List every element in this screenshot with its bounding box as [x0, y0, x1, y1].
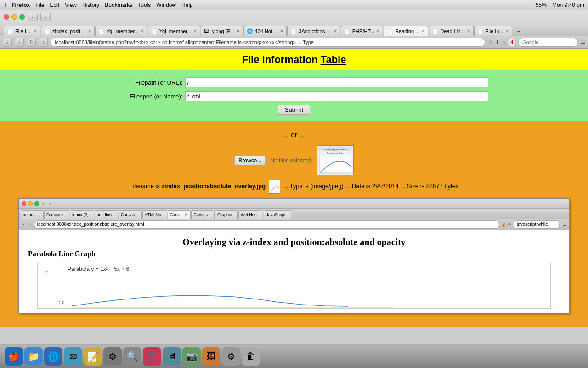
tab-file-info[interactable]: 📄 File I... ✕ — [4, 26, 40, 36]
download-icon[interactable]: ⬇ — [495, 39, 499, 45]
tab-zindex[interactable]: 📄 zindex_positi... ✕ — [41, 26, 95, 36]
bookmark-icon[interactable]: ☆ — [488, 39, 492, 45]
dock-icon-finder[interactable]: 🍎 — [5, 347, 23, 366]
tab-reading[interactable]: 📄 Reading ... ✕ — [384, 26, 428, 36]
fullscreen-window-button[interactable] — [19, 14, 25, 20]
embedded-search-input[interactable] — [514, 220, 560, 229]
menu-help[interactable]: Help — [181, 2, 193, 8]
menu-tools[interactable]: Tools — [138, 2, 151, 8]
emb-close-button[interactable] — [22, 201, 26, 206]
notification-badge: 4 — [508, 39, 515, 46]
tab-close-icon[interactable]: ✕ — [88, 29, 91, 34]
window-controls[interactable] — [4, 14, 25, 20]
tab-ypng[interactable]: 🖼 y.png (P... ✕ — [201, 26, 243, 36]
tab-close-icon[interactable]: ✕ — [421, 29, 425, 34]
emb-minimize-button[interactable] — [28, 201, 33, 206]
tab-close-icon[interactable]: ✕ — [505, 29, 509, 34]
dock-icon-camera[interactable]: 📷 — [182, 347, 201, 366]
tab-filein[interactable]: 📄 File In... ✕ — [474, 26, 512, 36]
tab-3add[interactable]: 📄 3Addictions.j... ✕ — [287, 26, 340, 36]
tab-yql2[interactable]: 📄 Yql_member... ✕ — [148, 26, 200, 36]
dock-icon-music[interactable]: 🎵 — [143, 347, 161, 366]
forward-nav-button[interactable]: › — [15, 38, 24, 47]
browse-button[interactable]: Browse... — [234, 156, 266, 165]
tab-close-icon[interactable]: ✕ — [334, 29, 337, 34]
emb-tab-inbox[interactable]: Inbox (2,... — [70, 210, 94, 219]
dock-icon-mail[interactable]: ✉ — [64, 347, 82, 366]
apple-logo-icon[interactable]:  — [4, 1, 6, 9]
home-icon[interactable]: ⌂ — [502, 40, 505, 45]
submit-button[interactable]: Submit — [278, 105, 310, 115]
menu-firefox[interactable]: Firefox — [11, 2, 30, 8]
emb-tab-canvas1[interactable]: Canvas ... — [119, 210, 142, 219]
search-input[interactable] — [518, 38, 578, 47]
menu-bookmarks[interactable]: Bookmarks — [105, 2, 132, 8]
dock-icon-monitor[interactable]: 🖥 — [163, 347, 181, 366]
tab-close-icon[interactable]: ✕ — [280, 29, 283, 34]
emb-tab-graphic[interactable]: Graphic... — [215, 210, 238, 219]
forward-button[interactable]: › — [40, 13, 51, 21]
tab-phpht[interactable]: 📄 PHP/HT... ✕ — [341, 26, 383, 36]
tab-close-icon[interactable]: ✕ — [34, 29, 37, 34]
tab-404[interactable]: 🌐 404 Not ... ✕ — [243, 26, 287, 36]
file-info-prefix: Filename is — [130, 183, 162, 190]
emb-tab-close-icon[interactable]: ✕ — [185, 213, 188, 217]
emb-addr-back[interactable]: ‹ — [22, 222, 26, 227]
emb-tab-famous[interactable]: Famous t... — [44, 210, 69, 219]
dock-icon-settings[interactable]: ⚙ — [222, 347, 240, 366]
tab-close-icon[interactable]: ✕ — [236, 29, 240, 34]
embedded-address-input[interactable] — [34, 220, 499, 229]
close-window-button[interactable] — [4, 14, 9, 20]
emb-tab-buddhist[interactable]: buddhist... — [95, 210, 119, 219]
dock-icon-apps[interactable]: ⚙ — [103, 347, 122, 366]
emb-tab-webhost[interactable]: WebHost... — [238, 210, 263, 219]
menu-view[interactable]: View — [65, 2, 77, 8]
address-input[interactable] — [51, 38, 485, 47]
embedded-page-title: Overlaying via z-index and position:abso… — [28, 237, 560, 247]
emb-menu-icon[interactable]: ☰ — [563, 222, 566, 227]
dock-icon-spotlight[interactable]: 🔍 — [123, 347, 141, 366]
dock-icon-trash[interactable]: 🗑 — [242, 347, 260, 366]
dock-icon-browser[interactable]: 🌐 — [44, 347, 62, 366]
emb-back-button[interactable]: ‹ — [41, 201, 45, 206]
tab-yql1[interactable]: 📄 Yql_member... ✕ — [95, 26, 147, 36]
dock-icon-folder[interactable]: 📁 — [24, 347, 43, 366]
battery-status: 55% — [536, 2, 547, 8]
tab-close-icon[interactable]: ✕ — [467, 29, 470, 34]
filespec-input[interactable] — [185, 91, 488, 101]
tab-close-icon[interactable]: ✕ — [141, 29, 144, 34]
menu-file[interactable]: File — [35, 2, 44, 8]
file-info-suffix: ... Type is (image/jpeg) ... Date is 29/… — [283, 183, 458, 190]
refresh-button[interactable]: ↻ — [27, 38, 36, 47]
tab-deadlin[interactable]: 📄 Dead Lin... ✕ — [429, 26, 473, 36]
dock-icon-notes[interactable]: 📝 — [84, 347, 102, 366]
menu-icon[interactable]: ☰ — [581, 39, 585, 45]
emb-addr-forward[interactable]: › — [28, 222, 32, 227]
back-button[interactable]: ‹ — [28, 13, 38, 21]
embedded-graph: ↑ Parabola y = 1x² + 5x + 6 12 — [37, 263, 551, 309]
embedded-window-controls[interactable] — [22, 201, 39, 206]
emb-tab-htmlja[interactable]: HTML/Ja... — [142, 210, 167, 219]
tab-close-icon[interactable]: ✕ — [193, 29, 197, 34]
tab-favicon-icon: 📄 — [44, 28, 51, 34]
filepath-input[interactable] — [185, 77, 488, 87]
emb-addr-refresh-icon[interactable]: ⟳ — [508, 222, 512, 227]
tab-bar: 📄 File I... ✕ 📄 zindex_positi... ✕ 📄 Yql… — [0, 24, 588, 36]
emb-tab-canvas2[interactable]: Canvas ... — [191, 210, 215, 219]
or-text: ... or ... — [9, 131, 579, 138]
emb-tab-label: amous ... — [23, 213, 40, 217]
dock-icon-photos[interactable]: 🖼 — [202, 347, 220, 366]
emb-forward-button[interactable]: › — [48, 201, 52, 206]
minimize-window-button[interactable] — [11, 14, 17, 20]
emb-tab-javascript[interactable]: JavaScript... — [264, 210, 291, 219]
emb-fullscreen-button[interactable] — [34, 201, 39, 206]
tab-close-icon[interactable]: ✕ — [376, 29, 380, 34]
back-nav-button[interactable]: ‹ — [3, 38, 12, 47]
emb-tab-canv-active[interactable]: Canv...✕ — [168, 210, 191, 219]
menu-window[interactable]: Window — [156, 2, 176, 8]
home-button[interactable]: ⌂ — [39, 38, 48, 47]
new-tab-button[interactable]: + — [514, 27, 524, 36]
menu-edit[interactable]: Edit — [50, 2, 59, 8]
emb-tab-amous[interactable]: amous ... — [21, 210, 44, 219]
menu-history[interactable]: History — [82, 2, 99, 8]
